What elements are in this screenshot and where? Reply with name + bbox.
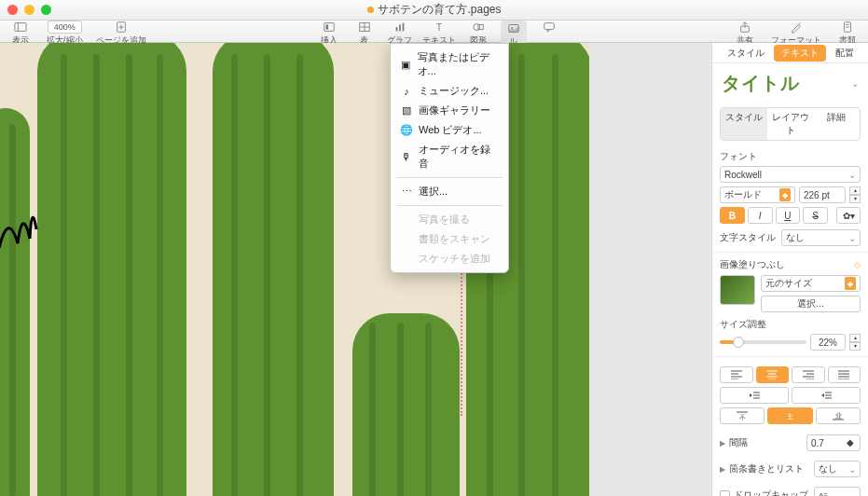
ellipsis-icon: ⋯ [400,186,413,198]
valign-top-button[interactable]: 不 [720,407,765,424]
svg-text:不: 不 [739,414,746,420]
format-inspector: スタイル テキスト 配置 タイトル ⌄ スタイル レイアウト 詳細 フォント R… [711,43,868,496]
svg-rect-0 [15,23,26,32]
spacing-disclosure[interactable]: ▶ 間隔 0.7◆ [712,430,868,456]
globe-icon: 🌐 [400,125,413,136]
bullets-disclosure[interactable]: ▶ 箇条書きとリスト なし⌄ [712,456,868,482]
char-style-label: 文字スタイル [720,231,776,244]
spacing-value-field[interactable]: 0.7◆ [806,434,861,451]
inspector-tabs: スタイル テキスト 配置 [712,43,868,63]
dropcap-row: ドロップキャップ A≡⌄ [712,482,868,496]
menu-record-audio[interactable]: 🎙オーディオを録音 [391,140,508,173]
image-fill-label: 画像塗りつぶし [720,258,785,271]
outdent-button[interactable] [720,387,789,404]
size-adjust-value[interactable]: 22% [810,334,846,351]
fill-choose-button[interactable]: 選択... [761,296,861,312]
svg-line-21 [799,23,801,25]
font-weight-select[interactable]: ボールド◆ [720,186,795,203]
svg-rect-6 [325,24,328,29]
subtab-details[interactable]: 詳細 [813,108,860,140]
document-canvas[interactable] [0,43,711,496]
menu-take-photo: 写真を撮る [391,210,508,229]
minimize-button[interactable] [24,5,34,15]
cactus-shape [37,43,186,496]
svg-rect-10 [395,27,397,31]
svg-rect-12 [402,23,404,32]
underline-button[interactable]: U [776,207,801,224]
align-right-button[interactable] [792,366,825,383]
bullets-select[interactable]: なし⌄ [814,461,861,477]
menu-add-sketch: スケッチを追加 [391,249,508,269]
svg-text:T: T [436,21,443,33]
cactus-shape [213,43,334,496]
font-section-label: フォント [720,150,861,163]
media-dropdown-menu: ▣写真またはビデオ... ♪ミュージック... ▧画像ギャラリー 🌐Web ビデ… [390,43,509,273]
text-options-gear[interactable]: ✿▾ [836,207,861,224]
tab-text[interactable]: テキスト [774,45,826,62]
paragraph-style-selector[interactable]: タイトル ⌄ [712,63,868,103]
disclosure-triangle-icon: ▶ [720,439,725,448]
size-adjust-slider[interactable] [720,340,806,344]
traffic-lights [7,5,51,15]
char-style-select[interactable]: なし⌄ [781,229,861,246]
toolbar: 表示 400% 拡大/縮小 ページを追加 挿入 表 グラフ T テキスト [0,21,868,43]
svg-text:主: 主 [787,413,793,420]
gallery-icon: ▧ [400,105,413,117]
text-subtabs: スタイル レイアウト 詳細 [720,107,861,141]
menu-music[interactable]: ♪ミュージック... [391,81,508,101]
maximize-button[interactable] [41,5,51,15]
tab-style[interactable]: スタイル [720,45,772,62]
close-button[interactable] [7,5,18,15]
bold-button[interactable]: B [720,207,745,224]
dropcap-style-select[interactable]: A≡⌄ [814,487,861,496]
menu-choose[interactable]: ⋯選択... [391,182,508,201]
menu-web-video[interactable]: 🌐Web ビデオ... [391,120,508,140]
size-adjust-label: サイズ調整 [720,318,861,331]
fill-indicator-icon: ◇ [854,260,861,269]
align-left-button[interactable] [720,366,753,383]
chevron-down-icon: ⌄ [851,78,859,89]
pasteboard [589,43,711,496]
indent-button[interactable] [792,387,861,404]
svg-rect-18 [544,23,555,30]
menu-scan-document: 書類をスキャン [391,229,508,249]
subtab-layout[interactable]: レイアウト [767,108,814,140]
align-justify-button[interactable] [828,366,861,383]
paragraph-style-name: タイトル [722,71,800,96]
svg-text:业: 业 [834,412,841,419]
valign-middle-button[interactable]: 主 [767,407,812,424]
horizontal-align-group [720,366,861,383]
font-family-select[interactable]: Rockwell⌄ [720,166,861,183]
dropcap-label: ドロップキャップ [734,489,808,496]
modified-indicator-icon [366,7,373,13]
fill-image-thumbnail[interactable] [720,275,755,305]
music-note-icon: ♪ [400,86,413,97]
fill-size-mode-select[interactable]: 元のサイズ◆ [761,275,861,292]
tab-arrange[interactable]: 配置 [828,45,861,62]
valign-bottom-button[interactable]: 业 [816,407,861,424]
bullets-label: 箇条書きとリスト [729,462,804,475]
svg-rect-5 [324,23,335,32]
svg-rect-11 [399,24,401,31]
disclosure-triangle-icon: ▶ [720,465,725,474]
dropcap-checkbox[interactable] [720,490,730,497]
document-title: サボテンの育て方.pages [366,2,501,18]
zoom-value[interactable]: 400% [48,21,82,34]
menu-separator [396,205,503,206]
comment-button[interactable] [536,21,562,34]
size-adjust-stepper[interactable]: ▴▾ [849,334,861,351]
italic-button[interactable]: I [748,207,773,224]
document-title-text: サボテンの育て方.pages [378,2,501,18]
menu-image-gallery[interactable]: ▧画像ギャラリー [391,101,508,120]
font-size-stepper[interactable]: ▴▾ [849,186,861,203]
font-size-field[interactable]: 226 pt [799,186,846,203]
menu-photo-or-video[interactable]: ▣写真またはビデオ... [391,48,508,81]
window-titlebar: サボテンの育て方.pages [0,0,868,21]
cactus-shape [0,108,30,496]
mic-icon: 🎙 [400,151,413,162]
subtab-style[interactable]: スタイル [721,108,767,140]
cactus-shape [352,313,460,496]
photo-icon: ▣ [400,59,412,70]
strikethrough-button[interactable]: S [803,207,828,224]
align-center-button[interactable] [756,366,790,383]
